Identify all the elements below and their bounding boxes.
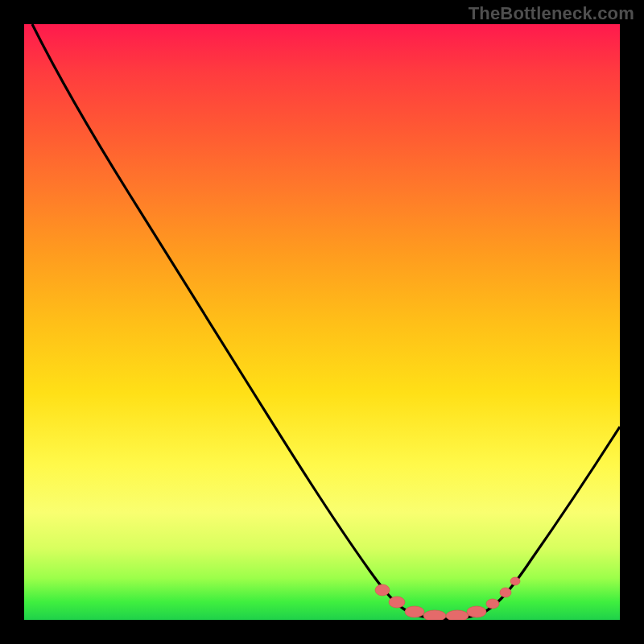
plot-area bbox=[24, 24, 620, 620]
marker-dot bbox=[375, 584, 390, 596]
marker-dot bbox=[389, 597, 405, 608]
bottleneck-curve-line bbox=[32, 24, 620, 619]
bottom-marker-group bbox=[375, 577, 520, 620]
watermark-text: TheBottleneck.com bbox=[469, 3, 634, 24]
marker-dot bbox=[486, 599, 499, 609]
marker-dot bbox=[500, 588, 511, 597]
marker-dot bbox=[510, 577, 520, 585]
marker-dot bbox=[467, 606, 486, 617]
chart-frame: TheBottleneck.com bbox=[0, 0, 644, 644]
marker-dot bbox=[405, 606, 424, 617]
curve-layer bbox=[24, 24, 620, 620]
marker-dot bbox=[446, 610, 469, 620]
marker-dot bbox=[423, 610, 446, 620]
